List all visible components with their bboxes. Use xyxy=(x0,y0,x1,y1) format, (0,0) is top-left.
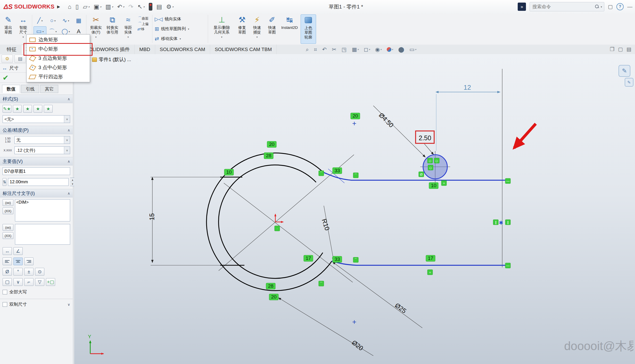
tab-value[interactable]: 数值 xyxy=(2,85,20,93)
lowercase-token-button-2[interactable]: (xx) xyxy=(3,224,13,231)
chevron-down-icon[interactable]: ▾ xyxy=(180,37,181,40)
menu-item-3point-center-rectangle[interactable]: 3 点中心矩形 xyxy=(27,63,90,72)
tab-other[interactable]: 其它 xyxy=(40,85,58,93)
surface-offset-button[interactable]: ⌒曲面 xyxy=(137,16,149,21)
zoom-fit-icon[interactable]: ⌕ xyxy=(306,46,309,53)
relation-badge[interactable]: ⌒ xyxy=(319,281,324,286)
graphics-area[interactable]: + + ⌒ ⌒ ⌒ ⌒ — — ∥ ∥ ✱ = = ◇ ◇ ◇ Ø · xyxy=(74,54,635,364)
hide-show-items-icon[interactable]: ◉▾ xyxy=(375,46,382,53)
repair-sketch-button[interactable]: ⚒ 修复 草图 xyxy=(235,14,249,43)
dim-chip[interactable]: 33 xyxy=(333,256,342,262)
uppercase-checkbox[interactable] xyxy=(3,290,7,294)
relation-badge[interactable]: Ø xyxy=(419,172,424,177)
menu-item-corner-rectangle[interactable]: 边角矩形 xyxy=(27,35,90,44)
expand-icon[interactable]: ∨ xyxy=(68,302,70,307)
plus-minus-symbol-button[interactable]: ± xyxy=(24,268,34,276)
options-button[interactable]: ⚙▾ xyxy=(166,3,174,10)
primary-value-section-header[interactable]: 主要值(V) ∧ xyxy=(0,157,73,166)
split-view-icon[interactable]: ▤ xyxy=(626,46,631,52)
diameter-symbol-button[interactable]: Ø xyxy=(3,268,12,276)
menu-item-parallelogram[interactable]: 平行四边形 xyxy=(27,72,90,81)
update-style-button[interactable]: ★ xyxy=(23,105,32,113)
redo-button[interactable]: ↷ xyxy=(128,3,133,10)
degree-symbol-button[interactable]: ° xyxy=(13,268,23,276)
dim-chip[interactable]: 10 xyxy=(429,183,438,189)
new-document-button[interactable]: ▯ xyxy=(76,3,79,10)
property-manager-tab[interactable]: ⚙ xyxy=(2,55,13,63)
dim-chip[interactable]: 17 xyxy=(426,255,435,261)
relation-badge[interactable]: ◇ xyxy=(434,158,439,163)
uppercase-token-button-2[interactable]: (XX) xyxy=(3,232,13,239)
lowercase-token-button[interactable]: (xx) xyxy=(3,199,13,206)
annotation-view-icon[interactable]: ◳ xyxy=(342,46,347,53)
justify-right-button[interactable] xyxy=(24,258,34,265)
shaded-sketch-contours-button[interactable]: 上色 草图 轮廓 xyxy=(301,14,316,44)
dim-diameter-450[interactable]: Ø4.50 xyxy=(377,111,395,129)
cascade-windows-icon[interactable]: ❐ xyxy=(610,46,614,52)
inspection-dimension-button[interactable]: ∨ xyxy=(13,278,23,286)
move-entities-button[interactable]: ⇄ 移动实体 ▾ xyxy=(155,36,181,42)
save-button[interactable]: ▣▾ xyxy=(94,3,101,10)
load-style-button[interactable]: ★ xyxy=(44,105,53,113)
collapse-icon[interactable]: ∧ xyxy=(68,128,70,132)
profile-line-top[interactable] xyxy=(323,172,506,180)
relation-badge[interactable]: ∥ xyxy=(505,220,510,225)
relation-badge[interactable]: — xyxy=(505,178,510,184)
dim-chip[interactable]: 20 xyxy=(269,294,278,300)
menu-item-3point-corner-rectangle[interactable]: 3 点边角矩形 xyxy=(27,54,90,63)
dim-diameter-20[interactable]: Ø20 xyxy=(351,339,365,352)
offset-on-surface-button[interactable]: ⌒上偏 xyxy=(137,21,149,26)
move-offset-button[interactable]: ⇄移 xyxy=(137,27,149,31)
home-button[interactable]: ⌂ xyxy=(68,3,71,10)
dim-chip[interactable]: 20 xyxy=(351,113,360,119)
dimension-value-field[interactable] xyxy=(8,178,69,186)
linear-pattern-button[interactable]: ⊞ 线性草图阵列 ▾ xyxy=(155,26,189,32)
dual-dimension-checkbox[interactable] xyxy=(3,302,7,307)
search-icon[interactable] xyxy=(595,5,599,9)
chevron-down-icon[interactable]: ▾ xyxy=(69,30,70,33)
dim-diameter-25[interactable]: Ø25 xyxy=(394,302,408,315)
corner-bracket-button[interactable]: ⌐ xyxy=(24,278,34,286)
set-default-style-button[interactable]: ✎★ xyxy=(3,105,11,113)
quick-snaps-button[interactable]: ⚡ 快速 捕捉 ▾ xyxy=(250,14,264,43)
open-button[interactable]: ▱▾ xyxy=(83,3,90,10)
menu-item-center-rectangle[interactable]: 中心矩形 xyxy=(27,44,90,54)
collapse-icon[interactable]: ∧ xyxy=(68,159,70,163)
relation-badge[interactable]: ◇ xyxy=(427,158,433,163)
chevron-down-icon[interactable]: ▾ xyxy=(22,35,24,39)
relation-badge[interactable]: ⌒ xyxy=(319,171,324,176)
line-tool-button[interactable]: ╱▾ xyxy=(34,15,46,26)
undo-button[interactable]: ↶▾ xyxy=(117,3,124,10)
chevron-down-icon[interactable]: ▾ xyxy=(256,35,258,39)
save-style-button[interactable]: ★ xyxy=(34,105,42,113)
collapse-icon[interactable]: ∧ xyxy=(68,191,70,195)
tab-mbd[interactable]: MBD xyxy=(135,45,155,54)
precision-dropdown[interactable]: .12 (文件) ∨ xyxy=(14,146,70,154)
dim-chip[interactable]: 17 xyxy=(304,255,313,261)
edit-appearance-icon[interactable]: ▾ xyxy=(387,47,393,52)
chevron-down-icon[interactable]: ▾ xyxy=(42,30,44,33)
dim-chip[interactable]: 20 xyxy=(267,141,276,147)
quick-sketch-button[interactable]: ✐ 快速 草图 xyxy=(265,14,279,43)
construction-line[interactable] xyxy=(224,183,353,282)
tolerance-dropdown[interactable]: 无 ∨ xyxy=(14,136,70,144)
convert-entities-button[interactable]: ⧉ 转换实 体引用 xyxy=(105,14,120,43)
chevron-down-icon[interactable]: ▾ xyxy=(42,19,43,22)
add-parenthesis-button[interactable]: +▢ xyxy=(46,278,55,286)
rebuild-button[interactable] xyxy=(149,3,152,11)
chevron-down-icon[interactable]: ▾ xyxy=(601,5,602,8)
relation-badge[interactable]: = xyxy=(427,270,433,275)
help-button[interactable]: ? xyxy=(616,3,624,10)
cancel-sketch-icon[interactable]: ✎ xyxy=(625,78,633,87)
zoom-area-icon[interactable]: ⌗ xyxy=(314,46,317,53)
justify-center-button[interactable] xyxy=(13,258,23,265)
tolerance-section-header[interactable]: 公差/精度(P) ∧ xyxy=(0,126,73,134)
view-orientation-icon[interactable]: ▦▾ xyxy=(352,46,359,53)
tab-features[interactable]: 特征 xyxy=(2,45,21,54)
minimize-button[interactable]: — xyxy=(627,4,632,10)
more-symbols-button[interactable]: ⊙ xyxy=(35,268,44,276)
uppercase-token-button[interactable]: (XX) xyxy=(3,208,13,214)
section-view-icon[interactable]: ✂ xyxy=(332,46,336,53)
configuration-tab[interactable]: ▤ xyxy=(14,55,26,63)
dim-chip[interactable]: 28 xyxy=(266,283,275,289)
